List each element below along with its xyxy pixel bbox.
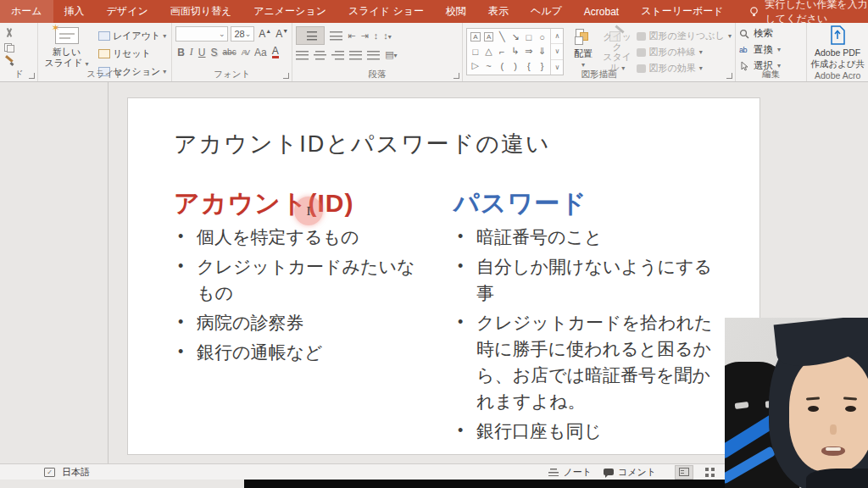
clipboard-dialog-launcher[interactable] <box>29 73 35 79</box>
drawing-dialog-launcher[interactable] <box>726 73 732 79</box>
bullet-item[interactable]: クレジットカードみたいなもの <box>174 253 428 306</box>
slide-title[interactable]: アカウントIDとパスワードの違い <box>174 129 551 159</box>
paragraph-dialog-launcher[interactable] <box>453 73 459 79</box>
comment-icon <box>604 469 614 475</box>
change-case-button[interactable]: Aa <box>254 47 267 58</box>
left-column-heading[interactable]: アカウント(ID) <box>174 186 354 221</box>
shape-icon[interactable]: A <box>484 32 494 42</box>
ribbon: ド ✶ 新しい スライド ▾ レイアウト▾ リセット セクション▾ スライド ⌄… <box>0 23 868 82</box>
ribbon-tab[interactable]: ヘルプ <box>520 0 573 23</box>
justify-button[interactable] <box>349 50 362 60</box>
align-right-button[interactable] <box>331 50 344 60</box>
replace-icon: ab <box>739 46 749 54</box>
bullet-item[interactable]: 銀行口座も同じ <box>453 418 721 444</box>
cut-icon[interactable] <box>3 28 15 38</box>
mouse-click-highlight: I <box>294 197 323 225</box>
shape-icon[interactable]: A <box>470 32 481 42</box>
ribbon-tab[interactable]: ストーリーボード <box>630 0 734 23</box>
shape-icon[interactable]: □ <box>522 30 536 44</box>
italic-button[interactable]: I <box>190 46 193 58</box>
shape-icon[interactable]: ╲ <box>495 30 509 44</box>
shape-icon[interactable]: ⌐ <box>495 44 509 58</box>
shrink-font-button[interactable]: A▼ <box>275 28 288 40</box>
shapes-scroll-down-icon[interactable]: ∨ <box>551 43 563 58</box>
slide-sorter-icon <box>705 468 715 477</box>
paste-icon[interactable] <box>3 42 15 53</box>
ribbon-tab[interactable]: 挿入 <box>53 0 96 23</box>
arrange-icon <box>574 29 593 46</box>
ribbon-tab[interactable]: 画面切り替え <box>159 0 243 23</box>
language-status[interactable]: 日本語 <box>62 466 90 479</box>
line-spacing-icon[interactable]: ↕ <box>374 30 379 41</box>
new-slide-button[interactable]: ✶ 新しい スライド ▾ <box>42 25 92 69</box>
tell-me-search[interactable]: 実行したい作業を入力してください <box>748 0 868 26</box>
numbering-button[interactable] <box>330 30 342 41</box>
bullet-item[interactable]: 銀行の通帳など <box>174 339 428 365</box>
notes-toggle[interactable]: ノート <box>548 466 592 479</box>
bullet-item[interactable]: 暗証番号のこと <box>453 224 721 250</box>
font-name-combo[interactable]: ⌄ <box>175 26 228 42</box>
ribbon-tab[interactable]: デザイン <box>96 0 159 23</box>
arrange-button[interactable]: 配置▾ <box>568 25 598 69</box>
normal-view-icon <box>679 468 689 476</box>
find-button[interactable]: 検索 <box>739 27 803 40</box>
shape-fill-button[interactable]: 図形の塗りつぶし▾ <box>637 30 732 42</box>
comments-toggle[interactable]: コメント <box>604 466 656 479</box>
ribbon-tab[interactable]: 校閲 <box>435 0 477 23</box>
shape-icon[interactable]: ⇒ <box>522 44 536 58</box>
ribbon-tab[interactable]: Acrobat <box>573 0 630 23</box>
shape-icon[interactable]: ↳ <box>509 44 522 58</box>
align-left-button[interactable] <box>296 50 309 60</box>
spell-check-icon[interactable]: ✓ <box>44 468 55 477</box>
ribbon-tab[interactable]: 表示 <box>477 0 520 23</box>
adobe-pdf-button[interactable]: Adobe PDF作成および共 <box>810 47 865 69</box>
shape-icon[interactable]: ⇓ <box>536 44 549 58</box>
bullets-button[interactable] <box>296 26 325 45</box>
increase-indent-icon[interactable]: ⇥ <box>360 30 368 42</box>
ribbon-tab[interactable]: スライド ショー <box>337 0 435 23</box>
text-direction-icon[interactable]: ↕▾ <box>383 30 392 41</box>
format-painter-icon[interactable] <box>3 57 15 67</box>
right-column-bullets: 暗証番号のこと自分しか開けないようにする事クレジットカードを拾われた時に勝手に使… <box>453 224 721 447</box>
align-center-button[interactable] <box>314 50 326 60</box>
shape-outline-button[interactable]: 図形の枠線▾ <box>637 46 732 58</box>
combo-arrow-icon: ⌄ <box>245 30 252 38</box>
layout-button[interactable]: レイアウト▾ <box>97 29 168 43</box>
adobe-pdf-icon[interactable] <box>828 25 847 46</box>
bullet-item[interactable]: 自分しか開けないようにする事 <box>453 253 721 306</box>
right-column-heading[interactable]: パスワード <box>453 186 587 221</box>
bullet-item[interactable]: 病院の診察券 <box>174 309 428 336</box>
decrease-indent-icon[interactable]: ⇤ <box>348 30 355 42</box>
slide[interactable]: アカウントIDとパスワードの違い アカウント(ID) 個人を特定するものクレジッ… <box>127 97 760 455</box>
reset-button[interactable]: リセット <box>97 47 168 61</box>
shapes-scroll-up-icon[interactable]: ∧ <box>551 29 563 43</box>
thumbnail-panel-divider[interactable] <box>108 82 108 463</box>
bold-button[interactable]: B <box>177 47 185 58</box>
grow-font-button[interactable]: A▲ <box>259 28 271 40</box>
normal-view-button[interactable] <box>675 465 693 480</box>
strikethrough-button[interactable]: abc <box>223 47 236 57</box>
underline-button[interactable]: U <box>198 47 206 58</box>
layout-icon <box>98 31 110 41</box>
quick-styles-button[interactable]: クイックスタイル ▾ <box>603 25 632 69</box>
font-dialog-launcher[interactable] <box>283 73 289 79</box>
ribbon-tab[interactable]: アニメーション <box>242 0 337 23</box>
bullet-item[interactable]: クレジットカードを拾われた時に勝手に使われると困るから、お店では暗証番号を聞かれ… <box>453 309 721 414</box>
shape-icon[interactable]: ↘ <box>509 30 522 44</box>
text-shadow-button[interactable]: S <box>211 47 218 58</box>
font-color-button[interactable]: A <box>272 46 279 58</box>
chevron-down-icon: ▾ <box>728 32 732 40</box>
font-size-combo[interactable]: 28⌄ <box>231 26 254 42</box>
drawing-group-label: 図形描画 <box>463 69 735 80</box>
bullet-item[interactable]: 個人を特定するもの <box>174 224 428 250</box>
columns-button[interactable] <box>367 50 380 60</box>
shape-icon[interactable]: ○ <box>536 30 549 44</box>
shape-icon[interactable]: □ <box>469 44 482 58</box>
replace-button[interactable]: ab 置換▾ <box>739 43 803 56</box>
smartart-convert-icon[interactable]: ▤▾ <box>385 49 397 60</box>
shape-icon[interactable]: △ <box>482 44 496 58</box>
character-spacing-button[interactable]: AV <box>242 48 249 57</box>
slide-sorter-button[interactable] <box>700 465 719 480</box>
ribbon-tab[interactable]: ホーム <box>0 0 53 23</box>
clipboard-group: ド <box>0 23 38 81</box>
